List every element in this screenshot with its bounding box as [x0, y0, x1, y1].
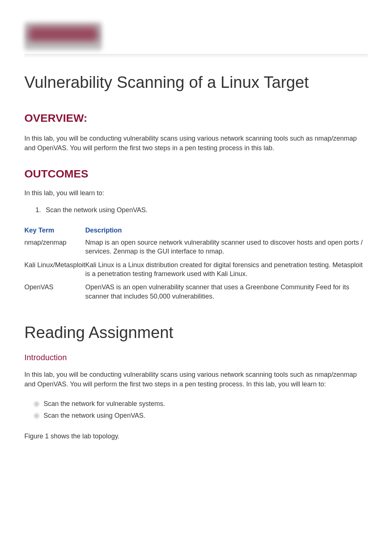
table-cell-term: OpenVAS — [24, 280, 85, 303]
bullet-item: Scan the network using OpenVAS. — [36, 410, 368, 422]
page-title: Vulnerability Scanning of a Linux Target — [24, 73, 368, 92]
reading-heading: Reading Assignment — [24, 323, 368, 342]
outcomes-list: Scan the network using OpenVAS. — [43, 206, 368, 214]
outcomes-list-item: Scan the network using OpenVAS. — [43, 206, 368, 214]
table-row: Kali Linux/Metasploit Kali Linux is a Li… — [24, 258, 368, 281]
table-cell-description: Kali Linux is a Linux distribution creat… — [85, 258, 368, 281]
table-cell-description: Nmap is an open source network vulnerabi… — [85, 236, 368, 258]
key-terms-table: Key Term Description nmap/zenmap Nmap is… — [24, 225, 368, 303]
table-header-term: Key Term — [24, 225, 85, 236]
divider-shadow — [24, 54, 368, 58]
figure-caption: Figure 1 shows the lab topology. — [24, 432, 368, 440]
bullet-item: Scan the network for vulnerable systems. — [36, 398, 368, 410]
logo-image — [24, 22, 102, 50]
table-cell-term: nmap/zenmap — [24, 236, 85, 258]
table-cell-description: OpenVAS is an open vulnerability scanner… — [85, 280, 368, 303]
outcomes-heading: OUTCOMES — [24, 168, 368, 180]
introduction-text: In this lab, you will be conducting vuln… — [24, 370, 368, 389]
table-row: OpenVAS OpenVAS is an open vulnerability… — [24, 280, 368, 303]
table-header-description: Description — [85, 225, 368, 236]
overview-text: In this lab, you will be conducting vuln… — [24, 134, 368, 153]
introduction-bullet-list: Scan the network for vulnerable systems.… — [36, 398, 368, 421]
overview-heading: OVERVIEW: — [24, 112, 368, 124]
introduction-heading: Introduction — [24, 353, 368, 362]
table-cell-term: Kali Linux/Metasploit — [24, 258, 85, 281]
table-row: nmap/zenmap Nmap is an open source netwo… — [24, 236, 368, 258]
outcomes-intro: In this lab, you will learn to: — [24, 189, 368, 197]
